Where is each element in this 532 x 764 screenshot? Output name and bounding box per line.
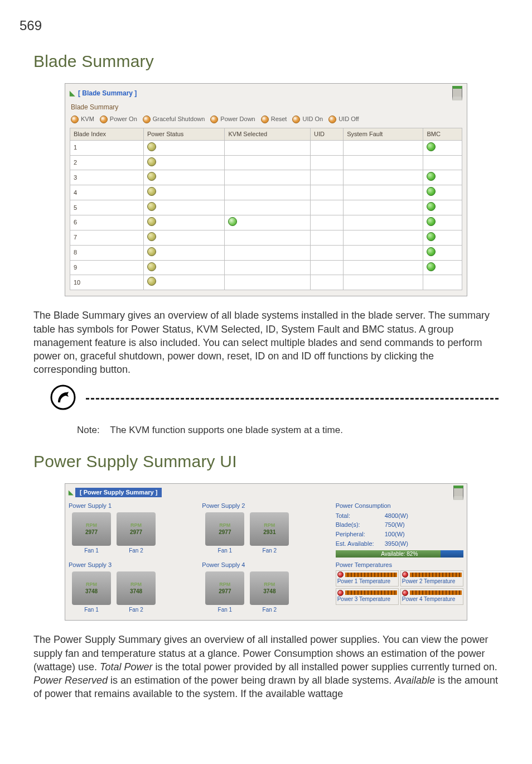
pc-periph-val: 100(W) <box>385 530 405 539</box>
power-status-icon <box>147 172 156 181</box>
table-row: 6 <box>70 215 462 230</box>
cell-kvm-selected <box>225 170 310 185</box>
psu1-fan2-rpm: 2977 <box>130 528 142 536</box>
temp-led-icon <box>337 571 344 578</box>
meter-text: Available: 82% <box>381 550 418 558</box>
cell-power-status <box>143 230 225 245</box>
table-row: 3 <box>70 170 462 185</box>
bmc-ok-icon <box>427 172 436 181</box>
col-uid: UID <box>310 128 343 140</box>
psu1-label: Power Supply 1 <box>69 501 196 511</box>
power-status-icon <box>147 202 156 211</box>
pc-total-key: Total: <box>336 512 379 520</box>
bmc-ok-icon <box>427 247 436 256</box>
psu2-label: Power Supply 2 <box>202 501 330 511</box>
legend-uid-off: UID Off <box>338 115 359 123</box>
rpm-label: RPM <box>264 581 275 588</box>
para2-mid1: is the total power provided by all insta… <box>152 661 497 672</box>
psu4-fan1-label: Fan 1 <box>205 606 244 614</box>
psu1-fan2-label: Fan 2 <box>117 547 156 555</box>
cell-power-status <box>143 245 225 260</box>
cell-blade-index: 5 <box>70 200 144 215</box>
power-status-icon <box>147 277 156 286</box>
psu2-fan1-rpm: 2977 <box>219 528 231 536</box>
cell-bmc <box>423 170 462 185</box>
temp-box: Power 1 Temperature <box>336 570 399 587</box>
psu-title: [ Power Supply Summary ] <box>75 488 162 497</box>
rpm-label: RPM <box>130 522 142 528</box>
power-status-icon <box>147 232 156 241</box>
col-bmc: BMC <box>423 128 462 140</box>
temp3-label: Power 3 Temperature <box>337 595 397 603</box>
bmc-ok-icon <box>427 232 436 241</box>
cell-uid <box>310 140 343 155</box>
cell-power-status <box>143 155 225 170</box>
gauge-icon: RPM 2977 <box>72 512 111 546</box>
legend-dot-icon <box>261 116 269 123</box>
col-blade-index: Blade Index <box>70 128 144 140</box>
cell-bmc <box>423 155 462 170</box>
term-available: Available <box>394 675 435 686</box>
cell-bmc <box>423 185 462 200</box>
power-status-icon <box>147 187 156 196</box>
bmc-ok-icon <box>427 142 436 151</box>
psu3-fan2-rpm: 3748 <box>130 588 142 595</box>
cell-uid <box>310 200 343 215</box>
table-row: 7 <box>70 230 462 245</box>
pc-blades-val: 750(W) <box>385 521 405 529</box>
power-consumption-title: Power Consumption <box>336 501 463 511</box>
table-row: 10 <box>70 275 462 290</box>
legend-graceful-shutdown: Graceful Shutdown <box>153 115 205 123</box>
temp-box: Power 3 Temperature <box>336 588 399 605</box>
temp-box: Power 4 Temperature <box>400 588 463 605</box>
para2-mid2: is an estimation of the power being draw… <box>108 675 394 686</box>
cell-uid <box>310 170 343 185</box>
cell-uid <box>310 185 343 200</box>
bmc-ok-icon <box>427 187 436 196</box>
cell-power-status <box>143 200 225 215</box>
psu3-fan1-label: Fan 1 <box>72 606 111 614</box>
cell-blade-index: 4 <box>70 185 144 200</box>
term-total-power: Total Power <box>100 661 152 672</box>
page-number: 569 <box>20 17 499 35</box>
rpm-label: RPM <box>219 522 230 528</box>
legend-power-down: Power Down <box>220 115 255 123</box>
cell-uid <box>310 260 343 275</box>
cell-blade-index: 3 <box>70 170 144 185</box>
cell-kvm-selected <box>225 185 310 200</box>
col-power-status: Power Status <box>143 128 225 140</box>
temp4-label: Power 4 Temperature <box>402 595 462 603</box>
cell-power-status <box>143 215 225 230</box>
note-divider <box>86 398 499 400</box>
psu4-fan1-rpm: 2977 <box>219 588 231 595</box>
cell-blade-index: 6 <box>70 215 144 230</box>
kvm-selected-icon <box>228 217 237 226</box>
blade-summary-subtitle: Blade Summary <box>65 102 467 113</box>
legend-dot-icon <box>328 116 336 123</box>
gauge-icon: RPM 2977 <box>205 571 244 605</box>
pc-blades-key: Blade(s): <box>336 521 379 529</box>
pin-icon <box>453 486 463 500</box>
power-status-icon <box>147 157 156 166</box>
psu2-fan1-label: Fan 1 <box>205 547 244 555</box>
legend-dot-icon <box>210 116 218 123</box>
temp-led-icon <box>402 571 408 578</box>
cell-system-fault <box>344 230 423 245</box>
gauge-icon: RPM 2977 <box>117 512 156 546</box>
note-icon <box>50 385 76 414</box>
cell-blade-index: 8 <box>70 245 144 260</box>
cell-system-fault <box>344 245 423 260</box>
cell-power-status <box>143 260 225 275</box>
cell-power-status <box>143 140 225 155</box>
bmc-ok-icon <box>427 262 436 271</box>
bmc-ok-icon <box>427 202 436 211</box>
table-row: 8 <box>70 245 462 260</box>
cell-bmc <box>423 215 462 230</box>
legend-dot-icon <box>100 116 108 123</box>
cell-uid <box>310 155 343 170</box>
note-label: Note: <box>77 425 100 435</box>
cell-uid <box>310 215 343 230</box>
cell-uid <box>310 275 343 290</box>
cell-blade-index: 7 <box>70 230 144 245</box>
pin-icon <box>452 86 462 100</box>
